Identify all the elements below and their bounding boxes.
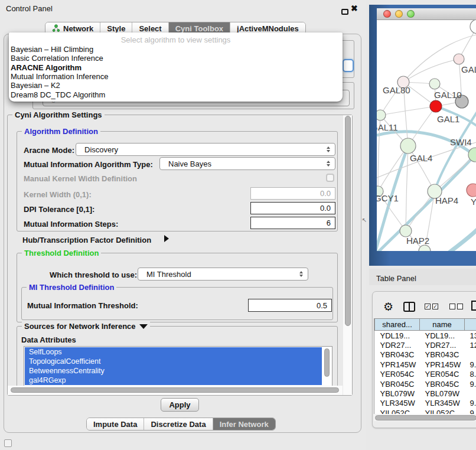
dropdown-item[interactable]: Basic Correlation Inference	[11, 54, 103, 62]
node-label: Y	[471, 197, 476, 207]
tab-cyni-toolbox-label: Cyni Toolbox	[175, 24, 223, 33]
table-file-icon[interactable]	[471, 301, 476, 311]
tab-impute-data[interactable]: Impute Data	[87, 418, 144, 430]
kernel-width-label: Kernel Width (0,1):	[24, 190, 92, 199]
network-window-titlebar[interactable]	[377, 8, 476, 20]
minimize-traffic-light[interactable]	[395, 10, 403, 18]
manual-kernel-width-checkbox[interactable]	[326, 174, 334, 182]
mi-algorithm-type-select[interactable]: Naive Bayes	[159, 157, 335, 170]
table-panel: ⚙ ✓ ✓ shared... name YDL19...YDL19...13 …	[372, 291, 476, 428]
table-row[interactable]: YER054CYER054C8.	[375, 370, 476, 379]
table-scroll-area: shared... name YDL19...YDL19...13 YDR27.…	[374, 318, 476, 414]
dropdown-item[interactable]: Bayesian – K2	[11, 81, 60, 89]
table-row[interactable]: YPR145WYPR145W9.	[375, 360, 476, 369]
table-row[interactable]: YDL19...YDL19...13	[375, 331, 476, 341]
node-label: GCY1	[377, 193, 399, 203]
hub-section-label: Hub/Transcription Factor Definition	[22, 236, 151, 244]
node-label: GAL7	[461, 64, 476, 74]
dropdown-item[interactable]: Bayesian – Hill Climbing	[11, 45, 93, 53]
kernel-width-value: 0.0	[320, 189, 331, 198]
list-item[interactable]: TopologicalCoefficient	[25, 357, 322, 366]
dropdown-item[interactable]: Dream8 DC_TDC Algorithm	[11, 91, 105, 99]
data-attributes-list[interactable]: SelfLoops TopologicalCoefficient Between…	[24, 346, 332, 386]
aracne-mode-value: Discovery	[76, 145, 118, 154]
apply-button[interactable]: Apply	[161, 398, 199, 412]
network-graph	[377, 20, 476, 251]
float-window-icon[interactable]	[341, 9, 348, 15]
aracne-mode-select[interactable]: Discovery	[76, 143, 335, 156]
column-header[interactable]	[465, 319, 476, 331]
algorithm-dropdown-list: Select algorithm to view settings Bayesi…	[9, 32, 343, 102]
dpi-tolerance-field[interactable]: 0.0	[250, 202, 335, 214]
network-canvas[interactable]: GAL7 GAL80 GAL10 GAL1 GAL11 SWI4 GAL4 HA…	[377, 20, 476, 251]
mi-threshold-definition-title: MI Threshold Definition	[27, 283, 116, 292]
focused-combo-fragment[interactable]	[343, 59, 354, 72]
mouse-cursor: ↖	[362, 217, 367, 223]
zoom-traffic-light[interactable]	[407, 10, 415, 18]
table-row[interactable]: YBR045CYBR045C9.	[375, 379, 476, 389]
which-threshold-value: MI Threshold	[138, 270, 191, 279]
settings-vscroll-thumb[interactable]	[345, 116, 351, 326]
column-header[interactable]: shared...	[375, 319, 420, 331]
table-row[interactable]: YBL079WYBL079W	[375, 389, 476, 398]
mi-threshold-label: Mutual Information Threshold:	[27, 301, 138, 310]
combo-arrows-icon	[327, 144, 330, 155]
node-table: shared... name YDL19...YDL19...13 YDR27.…	[374, 318, 476, 414]
checked-checkbox-icon[interactable]: ✓	[425, 304, 431, 309]
mi-steps-label: Mutual Information Steps:	[24, 220, 118, 229]
unchecked-checkbox-icon[interactable]	[457, 304, 463, 309]
network-view-window: GAL7 GAL80 GAL10 GAL1 GAL11 SWI4 GAL4 HA…	[369, 5, 476, 266]
node-label: GAL10	[434, 90, 462, 100]
which-threshold-select[interactable]: MI Threshold	[138, 268, 308, 281]
column-layout-icon[interactable]	[403, 302, 415, 312]
table-hscroll-thumb[interactable]	[375, 415, 476, 420]
mi-threshold-field[interactable]: 0.5	[248, 299, 332, 312]
sources-title: Sources for Network Inference	[22, 322, 150, 331]
dropdown-item[interactable]: Mutual Information Inference	[11, 73, 108, 80]
tab-infer-network[interactable]: Infer Network	[213, 418, 275, 430]
close-traffic-light[interactable]	[383, 10, 391, 18]
node-label: GAL80	[383, 85, 410, 95]
gear-icon[interactable]: ⚙	[383, 300, 393, 314]
kernel-width-field[interactable]: 0.0	[250, 187, 335, 200]
threshold-definition-title: Threshold Definition	[22, 249, 101, 257]
mi-algorithm-type-value: Naive Bayes	[160, 159, 211, 168]
unchecked-checkbox-icon[interactable]	[449, 304, 455, 309]
table-row[interactable]: YDR27...YDR27...12	[375, 340, 476, 350]
tab-discretize-data-label: Discretize Data	[151, 420, 206, 429]
algorithm-definition-title: Algorithm Definition	[22, 127, 100, 136]
settings-hscroll-thumb[interactable]	[11, 387, 339, 393]
mi-algorithm-type-label: Mutual Information Algorithm Type:	[24, 160, 153, 169]
collapsed-panel-icon[interactable]	[4, 439, 12, 447]
combo-arrows-icon	[327, 158, 330, 169]
bottom-tabs: Impute Data Discretize Data Infer Networ…	[86, 418, 276, 431]
table-row[interactable]: YLR345WYLR345W9.	[375, 399, 476, 408]
column-header[interactable]: name	[420, 319, 465, 331]
close-icon[interactable]: ✖	[351, 4, 358, 13]
dpi-tolerance-value: 0.0	[320, 204, 331, 213]
aracne-mode-label: Aracne Mode:	[24, 146, 74, 155]
manual-kernel-width-label: Manual Kernel Width Definition	[24, 174, 137, 183]
combo-arrows-icon	[299, 268, 303, 280]
list-item[interactable]: SelfLoops	[25, 347, 322, 357]
table-row[interactable]: YBR043CYBR043C	[375, 350, 476, 360]
tab-jactivemnodules-label: jActiveMNodules	[237, 24, 299, 33]
tab-impute-data-label: Impute Data	[93, 420, 137, 429]
list-item[interactable]: BetweennessCentrality	[25, 366, 322, 376]
node-label: HAP2	[406, 236, 429, 246]
node-label: GAL4	[410, 153, 432, 163]
collapse-down-icon[interactable]	[139, 324, 148, 329]
expand-right-icon[interactable]	[164, 235, 169, 242]
table-row[interactable]: YIL052CYIL052C9.	[375, 408, 476, 414]
list-scrollbar[interactable]	[324, 348, 330, 377]
mi-steps-field[interactable]: 6	[250, 217, 335, 229]
table-panel-header: Table Panel	[369, 269, 476, 285]
list-item[interactable]: gal4RGexp	[25, 376, 322, 385]
checked-checkbox-icon[interactable]: ✓	[432, 304, 438, 309]
control-panel-window: Control Panel ✖ gal-filtered.sif default…	[0, 0, 366, 450]
mi-threshold-value: 0.5	[317, 301, 327, 310]
dropdown-item-selected[interactable]: ARACNE Algorithm	[11, 64, 81, 71]
tab-discretize-data[interactable]: Discretize Data	[144, 418, 213, 430]
node-label: GAL11	[377, 122, 398, 132]
dpi-tolerance-label: DPI Tolerance [0,1]:	[24, 205, 94, 214]
